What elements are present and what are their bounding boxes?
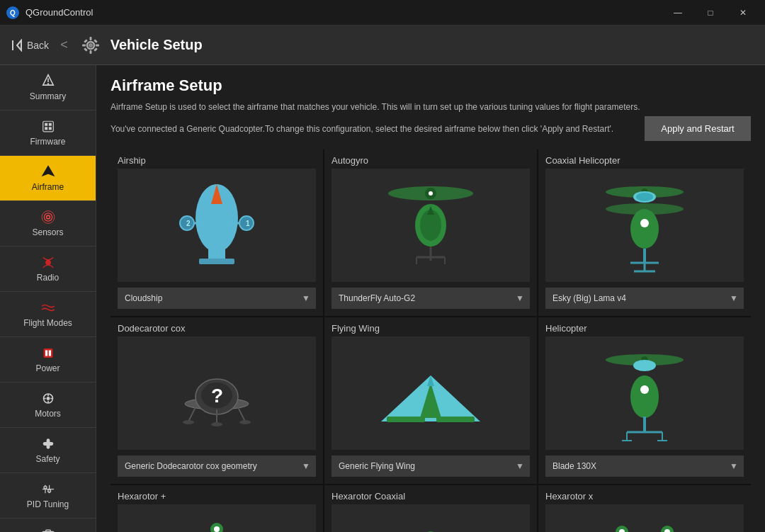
svg-point-89 xyxy=(211,422,222,426)
coaxial-heli-vehicle-svg xyxy=(588,172,701,278)
sidebar-item-camera[interactable]: Camera xyxy=(0,519,96,532)
svg-rect-18 xyxy=(45,123,47,126)
svg-point-100 xyxy=(640,385,649,394)
svg-point-5 xyxy=(89,43,93,47)
svg-rect-7 xyxy=(89,50,91,54)
page-header-title: Vehicle Setup xyxy=(110,37,203,53)
sidebar-item-radio[interactable]: Radio xyxy=(0,247,96,292)
airframe-category-flying-wing: Flying Wing xyxy=(324,317,537,336)
sidebar-label-firmware: Firmware xyxy=(30,137,66,147)
airframe-section-hexarotor-x: Hexarotor x xyxy=(538,485,751,532)
header-separator: < xyxy=(60,38,68,52)
hexarotor-x-vehicle-svg xyxy=(588,508,701,532)
sidebar-label-airframe: Airframe xyxy=(32,182,64,192)
airframe-category-autogyro: Autogyro xyxy=(324,149,537,169)
apply-restart-button[interactable]: Apply and Restart xyxy=(645,116,751,141)
camera-icon xyxy=(39,527,57,532)
airframe-image-flying-wing[interactable] xyxy=(332,336,530,450)
svg-marker-22 xyxy=(42,166,53,176)
sidebar-item-pid-tuning[interactable]: PID Tuning xyxy=(0,473,96,519)
svg-rect-9 xyxy=(96,44,99,46)
svg-point-115 xyxy=(214,526,220,532)
svg-rect-12 xyxy=(84,47,88,52)
sidebar-item-safety[interactable]: Safety xyxy=(0,428,96,473)
sidebar-label-motors: Motors xyxy=(35,409,61,419)
svg-rect-10 xyxy=(84,39,88,43)
svg-text:2: 2 xyxy=(186,220,191,227)
titlebar-left: Q QGroundControl xyxy=(6,6,93,20)
airframe-image-coaxial-helicopter[interactable] xyxy=(545,169,744,282)
airframe-image-dodecarotor[interactable]: ? xyxy=(118,336,316,450)
minimize-button[interactable]: — xyxy=(662,0,694,26)
page-title: Airframe Setup xyxy=(110,77,751,95)
back-button[interactable]: Back xyxy=(11,39,49,52)
airframe-category-hexarotor-coaxial: Hexarotor Coaxial xyxy=(324,485,537,504)
airframe-select-coaxial-helicopter[interactable]: Esky (Big) Lama v4 xyxy=(545,288,744,309)
svg-rect-21 xyxy=(48,127,51,130)
firmware-icon xyxy=(39,119,57,134)
autogyro-vehicle-svg xyxy=(374,172,487,278)
svg-rect-28 xyxy=(43,349,52,358)
hexarotor-coaxial-vehicle-svg xyxy=(374,508,487,532)
sidebar-item-sensors[interactable]: Sensors xyxy=(0,201,96,247)
airframe-category-airship: Airship xyxy=(110,149,323,169)
airframe-select-dodecarotor[interactable]: Generic Dodecarotor cox geometry xyxy=(118,455,316,477)
motors-icon xyxy=(39,391,57,406)
sidebar-item-firmware[interactable]: Firmware xyxy=(0,111,96,156)
svg-rect-6 xyxy=(89,37,91,40)
airframe-image-hexarotor-coaxial[interactable] xyxy=(332,504,530,532)
svg-text:Q: Q xyxy=(10,9,16,17)
airframe-image-helicopter[interactable] xyxy=(545,336,744,450)
pid-tuning-icon xyxy=(39,482,57,497)
radio-icon xyxy=(39,255,57,270)
svg-point-42 xyxy=(43,486,46,489)
airframe-select-helicopter[interactable]: Blade 130X xyxy=(545,455,744,477)
maximize-button[interactable]: □ xyxy=(694,0,727,26)
svg-point-24 xyxy=(44,213,52,221)
airframe-section-hexarotor-plus: Hexarotor + xyxy=(110,485,323,532)
gear-icon xyxy=(79,34,102,57)
svg-rect-17 xyxy=(42,121,53,132)
svg-point-75 xyxy=(630,209,659,249)
content-area: Summary Firmware Airframe xyxy=(0,65,765,532)
svg-rect-94 xyxy=(436,417,475,422)
airframe-category-hexarotor-plus: Hexarotor + xyxy=(110,485,323,504)
sidebar: Summary Firmware Airframe xyxy=(0,65,96,532)
sidebar-label-radio: Radio xyxy=(37,273,59,283)
sidebar-item-motors[interactable]: Motors xyxy=(0,383,96,428)
airframe-image-hexarotor-x[interactable] xyxy=(545,504,744,532)
sidebar-item-summary[interactable]: Summary xyxy=(0,65,96,111)
flying-wing-vehicle-svg xyxy=(374,340,487,446)
flight-modes-icon xyxy=(39,300,57,315)
sidebar-label-safety: Safety xyxy=(35,454,60,464)
svg-point-88 xyxy=(183,420,194,424)
sidebar-label-summary: Summary xyxy=(30,91,66,101)
sidebar-label-sensors: Sensors xyxy=(32,227,63,237)
airframe-select-autogyro[interactable]: ThunderFly Auto-G2 xyxy=(332,288,530,309)
airframe-section-airship: Airship 2 xyxy=(110,149,323,316)
svg-rect-20 xyxy=(45,127,47,130)
airframe-section-helicopter: Helicopter xyxy=(538,317,751,484)
airframe-image-airship[interactable]: 2 1 xyxy=(118,169,316,282)
airframe-select-wrapper-airship: Cloudship ▼ xyxy=(118,288,316,309)
helicopter-vehicle-svg xyxy=(588,340,701,446)
airframe-select-wrapper-coaxial-helicopter: Esky (Big) Lama v4 ▼ xyxy=(545,288,744,309)
sidebar-label-pid-tuning: PID Tuning xyxy=(27,499,69,509)
sidebar-item-power[interactable]: Power xyxy=(0,337,96,383)
app-layout: Back < Vehicle Setup xyxy=(0,26,765,532)
header-bar: Back < Vehicle Setup xyxy=(0,26,765,65)
sidebar-item-flight-modes[interactable]: Flight Modes xyxy=(0,292,96,337)
svg-point-23 xyxy=(46,215,50,219)
sidebar-item-airframe[interactable]: Airframe xyxy=(0,156,96,201)
svg-rect-11 xyxy=(94,39,98,43)
svg-point-90 xyxy=(239,420,251,424)
dodecarotor-vehicle-svg: ? xyxy=(160,340,273,446)
close-button[interactable]: ✕ xyxy=(727,0,759,26)
page-description: Airframe Setup is used to select the air… xyxy=(110,101,751,113)
airframe-image-autogyro[interactable] xyxy=(332,169,530,282)
airframe-image-hexarotor-plus[interactable] xyxy=(118,504,316,532)
sidebar-label-power: Power xyxy=(35,363,60,373)
airframe-select-flying-wing[interactable]: Generic Flying Wing xyxy=(332,455,530,477)
airframe-select-airship[interactable]: Cloudship xyxy=(118,288,316,309)
sensors-icon xyxy=(39,210,57,225)
